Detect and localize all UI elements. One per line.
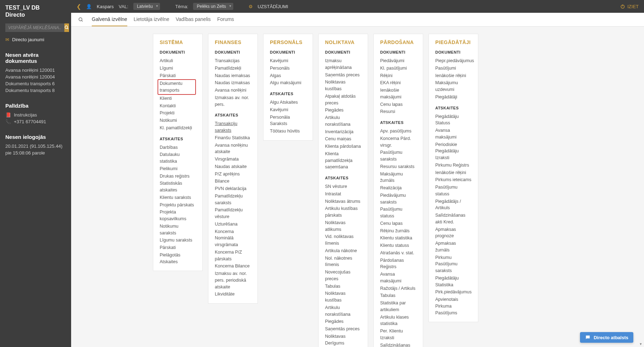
menu-link[interactable]: Apv. pasūtījums [380,128,416,135]
recent-doc-item[interactable]: Avansa norēķini 120001 [5,67,66,74]
menu-link[interactable]: Likviditāte [215,291,251,298]
menu-link[interactable]: Projekti [160,109,196,117]
menu-link[interactable]: Klientu saraksts [160,194,196,201]
menu-link[interactable]: Novecojušas preces [325,269,361,283]
menu-link[interactable]: Piegādātāji [435,93,472,101]
menu-link[interactable]: Artikulu klases statistika [380,314,416,328]
menu-link[interactable]: Koncerna Bilance [215,262,251,270]
menu-link[interactable]: Vid. noliktavas līmenis [325,233,361,247]
menu-link[interactable]: Izmaksas av. nor. pers. [215,94,251,108]
menu-link[interactable]: Saņemtās preces [325,71,361,79]
help-instructions[interactable]: 📕Instrukcijas [5,112,66,118]
theme-select[interactable]: Pelēks un Zelts [193,3,233,10]
menu-link[interactable]: Līgumu saraksts [160,237,196,244]
menu-link[interactable]: Uzturēšana [215,221,251,228]
back-arrow-icon[interactable]: ❮ [76,3,81,10]
menu-link[interactable]: Apmaksas žurnāls [435,240,472,254]
menu-link[interactable]: Rēķinu žurnāls [380,227,416,235]
menu-link[interactable]: Koncerna Nominālā virsgrāmata [215,228,251,249]
menu-link[interactable]: Avansa norēķini [215,87,251,94]
menu-link[interactable]: Piedāvājumi [380,57,416,65]
tab-vadības-panelis[interactable]: Vadības panelis [176,13,211,26]
menu-link[interactable]: Izmaksu av. nor. pers. periodiskā atskai… [215,270,251,291]
menu-link[interactable]: Naudas iemaksas [215,72,251,80]
menu-link[interactable]: Klienta pamatlīdzekļa saņemšana [325,150,361,171]
menu-link[interactable]: Transakcijas [215,57,251,65]
menu-link[interactable]: Artikulu norakstīšana [325,304,361,318]
menu-link[interactable]: Inventarizācija [325,128,361,136]
menu-link[interactable]: Naudas izmaksas [215,79,251,87]
menu-link[interactable]: Nol. nākotnes līmenis [325,255,361,269]
menu-link[interactable]: Artikulu norakstīšana [325,114,361,128]
menu-link[interactable]: Piedāvājumu saraksts [380,192,416,206]
menu-link[interactable]: Avansa maksājumi [435,127,472,141]
menu-link[interactable]: Ienākošie rēķini [435,169,472,177]
menu-link[interactable]: Kavējumi [270,106,306,114]
menu-link[interactable]: Salīdzināšanas akti Deb. [380,342,416,347]
menu-link[interactable]: Maksājumu uzdevumi [435,79,472,93]
menu-link[interactable]: Pasūtījumu saraksts [380,149,416,163]
menu-link[interactable]: Statistiskās atskaites [160,180,196,194]
menu-link[interactable]: Piegādes [325,107,361,114]
menu-link[interactable]: EKA rēķini [380,79,416,87]
menu-link[interactable]: Pasūtījumu statuss [380,206,416,220]
menu-link[interactable]: Klientu statuss [380,242,416,249]
tabbar-search-icon[interactable] [76,13,85,26]
menu-link[interactable]: Ienākošie rēķini [435,72,472,80]
menu-link[interactable]: Cenu maiņas [325,135,361,143]
menu-link[interactable]: Intrastat [325,190,361,198]
menu-link[interactable]: Resursu saraksts [380,163,416,170]
menu-link[interactable]: Resursi [380,108,416,115]
menu-link[interactable]: Apvienotais Pirkuma Pasūtījums [435,296,472,316]
menu-link[interactable]: Statistika par artikuliem [380,299,416,314]
menu-link[interactable]: Pārskati [160,244,196,251]
menu-link[interactable]: Artikulu kustības pārskats [325,205,361,219]
menu-link[interactable]: Noliktavas atlikums [325,219,361,233]
menu-link[interactable]: Algu Atskaites [270,99,306,106]
support-button[interactable]: Directo atbalsts [580,332,633,343]
menu-link[interactable]: Ražotājs / Artikuls [380,285,416,292]
menu-link[interactable]: Pasūtījumi [435,65,472,72]
menu-link[interactable]: Cenu lapas [380,101,416,108]
menu-link[interactable]: Maksājumu žurnāls [380,170,416,185]
menu-link[interactable]: Klienti [160,95,196,102]
menu-link[interactable]: Noliktavas kustības [325,78,361,93]
menu-link[interactable]: Cenu lapas [380,220,416,227]
menu-link[interactable]: Personāla Saraksts [270,114,306,128]
recent-doc-item[interactable]: Dokumentu transports 8 [5,87,66,94]
menu-link[interactable]: Periodiskie Piegādātāju Izraksti [435,141,472,162]
menu-link[interactable]: Artikuli [160,57,196,65]
menu-link[interactable]: Piepr.piedāvājumus [435,57,472,65]
directo-news-link[interactable]: ✉ Directo jaunumi [5,36,66,43]
menu-link[interactable]: Ienākošie maksājumi [380,87,416,101]
lang-select[interactable]: Latviešu [133,3,160,10]
menu-link[interactable]: Darbības [160,144,196,151]
menu-link[interactable]: Atpakaļ atdotās preces [325,93,361,107]
menu-link[interactable]: Piegādes [325,318,361,325]
settings-link[interactable]: UZSTĀDĪJUMI [258,4,288,9]
menu-link[interactable]: Pirkums ieteicams [435,176,472,184]
menu-link[interactable]: Tabulas [325,283,361,290]
user-name[interactable]: Kaspars [97,4,114,9]
menu-link[interactable]: Projekta kopsavilkums [160,208,196,223]
menu-link[interactable]: Pielāgotās Atskaites [160,251,196,266]
menu-link[interactable]: Noliktavas kustības [325,290,361,304]
menu-link[interactable]: PVN deklarācija [215,185,251,193]
menu-link[interactable]: Transakciju saraksts [215,120,251,134]
search-input[interactable] [5,23,64,32]
logout-button[interactable]: IZIET [620,4,639,9]
menu-link[interactable]: Pārskati [160,72,196,80]
menu-link[interactable]: Klientu statistika [380,234,416,242]
menu-link[interactable]: Notikumi [160,117,196,124]
menu-link[interactable]: Izmaksu aprēķināšana [325,57,361,71]
menu-link[interactable]: Saņemtās preces [325,325,361,333]
menu-link[interactable]: Kontakti [160,102,196,110]
menu-link[interactable]: Līgumi [160,65,196,72]
menu-link[interactable]: Pamatlīdzekļu vēsture [215,206,251,221]
menu-link[interactable]: Salīdzināšanas akti Kred. [435,212,472,226]
menu-link[interactable]: Per. Klientu Izraksti [380,327,416,342]
menu-link[interactable]: Dokumentu transports [158,79,196,95]
menu-link[interactable]: Noliktavas ātrums [325,198,361,205]
menu-link[interactable]: Pārdošanas Reģistrs [380,257,416,271]
help-phone[interactable]: 📞+371 67704491 [5,118,66,125]
